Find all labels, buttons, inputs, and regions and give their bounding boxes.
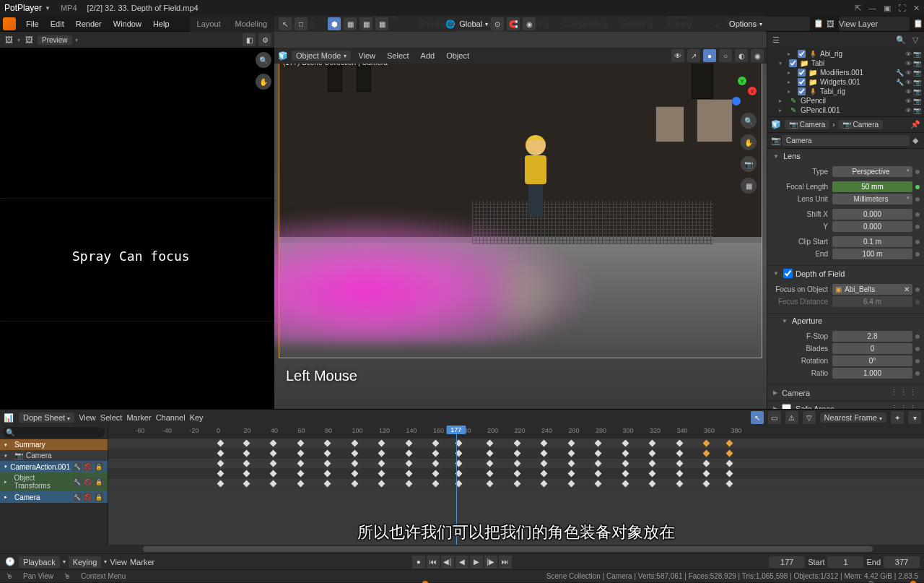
outliner-item[interactable]: GPencil xyxy=(801,97,826,105)
keyframe-btn-icon[interactable]: ◆ xyxy=(910,135,921,147)
menu-edit[interactable]: Edit xyxy=(45,17,70,30)
pin-icon[interactable]: 📌 xyxy=(910,119,921,131)
dof-toggle[interactable] xyxy=(783,269,793,278)
ap-rotation[interactable]: 0° xyxy=(832,355,912,366)
outliner-item[interactable]: Widgets.001 xyxy=(820,78,860,86)
snap-icon[interactable]: 🧲 xyxy=(507,17,520,30)
editor-type-icon[interactable]: 🧊 xyxy=(277,50,289,61)
outliner-item[interactable]: Modifiers.001 xyxy=(820,69,863,77)
new-viewlayer-icon[interactable]: 📋 xyxy=(912,18,924,30)
cursor-tool-icon[interactable]: ↖ xyxy=(279,17,292,30)
lens-unit[interactable]: Millimeters xyxy=(832,194,912,204)
filter-icon[interactable]: ▽ xyxy=(910,34,921,46)
shading-render-icon[interactable]: ◉ xyxy=(751,49,764,62)
3d-viewport[interactable]: ↖ □ ⬢ ▦ ▦ ▦ 🌐 Global ▾ ⊙ 🧲 ◉ Options ▾ 🧊… xyxy=(274,32,767,409)
tl-marker[interactable]: Marker xyxy=(130,558,154,566)
channel-row[interactable]: ▾CameraAction.001🔧🚫🔒 xyxy=(0,461,108,472)
menu-file[interactable]: File xyxy=(20,17,45,30)
viewlayer-selector[interactable] xyxy=(839,17,910,31)
shading-wire-icon[interactable]: ○ xyxy=(719,49,732,62)
aperture-panel-header[interactable]: ▼Aperture xyxy=(767,314,924,328)
pan-icon[interactable]: ✋ xyxy=(741,134,757,150)
play-icon[interactable]: ▶ xyxy=(470,556,483,569)
grid3-icon[interactable]: ▦ xyxy=(375,17,388,30)
tab-modeling[interactable]: Modeling xyxy=(228,17,275,32)
restore-icon[interactable]: ▣ xyxy=(884,4,891,13)
outliner-icon[interactable]: ☰ xyxy=(770,34,782,46)
pan-icon[interactable]: ✋ xyxy=(256,74,271,90)
lens-type[interactable]: Perspective xyxy=(832,166,912,177)
dof-panel-header[interactable]: ▼ Depth of Field xyxy=(767,266,924,281)
render-opt2-icon[interactable]: ⚙ xyxy=(258,33,271,46)
focus-object[interactable]: ▣Abi_Belts ✕ xyxy=(832,284,912,295)
dope-select[interactable]: Select xyxy=(100,413,123,422)
tab-layout[interactable]: Layout xyxy=(190,17,228,32)
channel-list[interactable]: ▾Summary ▾📷Camera ▾CameraAction.001🔧🚫🔒 ▸… xyxy=(0,426,108,545)
dope-mode[interactable]: Dope Sheet ▾ xyxy=(19,413,74,423)
dope-btn4-icon[interactable]: ✦ xyxy=(891,411,904,424)
object-mode[interactable]: Object Mode ▾ xyxy=(292,51,351,61)
snap-tool-icon[interactable]: ⬢ xyxy=(328,17,341,30)
shift-x[interactable]: 0.000 xyxy=(832,209,912,220)
shading-solid-icon[interactable]: ● xyxy=(703,49,716,62)
safeareas-panel[interactable]: ▶Safe Areas⋮⋮⋮ xyxy=(767,401,924,409)
grid-icon[interactable]: ▦ xyxy=(344,17,357,30)
dope-btn3-icon[interactable]: ⚠ xyxy=(785,411,798,424)
zoom-icon[interactable]: 🔍 xyxy=(256,52,271,68)
render-image-icon[interactable]: 🖼 xyxy=(23,34,35,46)
dope-marker[interactable]: Marker xyxy=(126,413,151,422)
propedit-icon[interactable]: ◉ xyxy=(523,17,536,30)
viewlayer-input[interactable] xyxy=(839,20,904,28)
render-mode[interactable]: Preview xyxy=(38,35,72,45)
dope-key[interactable]: Key xyxy=(190,413,204,422)
camera-name-input[interactable] xyxy=(782,135,910,146)
clip-end[interactable]: 100 m xyxy=(832,249,912,259)
focal-length[interactable]: 50 mm xyxy=(832,181,912,192)
dope-snap[interactable]: Nearest Frame ▾ xyxy=(820,413,886,423)
channel-row[interactable]: ▾📷Camera xyxy=(0,450,108,461)
shift-y[interactable]: 0.000 xyxy=(832,221,912,232)
jump-end-icon[interactable]: ⏭ xyxy=(499,556,512,569)
play-rev-icon[interactable]: ◀ xyxy=(456,556,468,569)
player-menu-chevron[interactable]: ▼ xyxy=(45,5,51,12)
select-tool-icon[interactable]: □ xyxy=(295,17,308,30)
options-dropdown[interactable]: Options xyxy=(729,20,757,28)
clear-focus-icon[interactable]: ✕ xyxy=(904,285,910,293)
jump-start-icon[interactable]: ⏮ xyxy=(427,556,440,569)
camera-panel[interactable]: ▶Camera⋮⋮⋮ xyxy=(767,385,924,401)
outliner-item[interactable]: Tabi xyxy=(811,59,824,67)
lens-panel-header[interactable]: ▼Lens xyxy=(767,149,924,163)
viewport-render[interactable]: Camera Perspective (177) Scene Collectio… xyxy=(274,48,767,409)
maximize-icon[interactable]: ⛶ xyxy=(898,4,906,13)
search-icon[interactable]: 🔍 xyxy=(895,34,907,46)
grid2-icon[interactable]: ▦ xyxy=(359,17,372,30)
vp-add[interactable]: Add xyxy=(417,51,440,60)
next-key-icon[interactable]: |▶ xyxy=(484,556,497,569)
start-frame[interactable]: 1 xyxy=(827,556,863,568)
rec-icon[interactable]: ● xyxy=(412,556,425,569)
dope-btn2-icon[interactable]: ▭ xyxy=(768,411,781,424)
ap-ratio[interactable]: 1.000 xyxy=(832,368,912,379)
orientation-icon[interactable]: 🌐 xyxy=(445,18,456,30)
pin-icon[interactable]: ⇱ xyxy=(855,4,861,13)
channel-row[interactable]: ▸Object Transforms🔧🚫🔒 xyxy=(0,472,108,491)
persp-icon[interactable]: ▦ xyxy=(741,178,757,194)
menu-render[interactable]: Render xyxy=(70,17,108,30)
gizmo-icon[interactable]: ↗ xyxy=(687,49,700,62)
render-opt1-icon[interactable]: ◧ xyxy=(243,33,256,46)
clip-start[interactable]: 0.1 m xyxy=(832,236,912,247)
orientation-label[interactable]: Global xyxy=(459,20,482,28)
menu-window[interactable]: Window xyxy=(108,17,147,30)
channel-search[interactable] xyxy=(3,427,105,438)
playback-menu[interactable]: Playback xyxy=(19,556,60,568)
current-frame[interactable]: 177 xyxy=(769,556,805,568)
outliner[interactable]: ▸🧍Abi_rig👁📷 ▾📁Tabi👁📷 ▸📁Modifiers.001🔧👁📷 … xyxy=(767,48,924,117)
playhead-frame[interactable]: 177 xyxy=(446,426,466,434)
render-editor-icon[interactable]: 🖼 xyxy=(3,34,14,46)
close-icon[interactable]: ✕ xyxy=(913,4,920,13)
dope-btn1-icon[interactable]: ↖ xyxy=(751,411,764,424)
dope-btn5-icon[interactable]: ▾ xyxy=(908,411,921,424)
dope-view[interactable]: View xyxy=(79,413,96,422)
fstop[interactable]: 2.8 xyxy=(832,331,912,342)
dope-editor-icon[interactable]: 📊 xyxy=(3,412,14,423)
